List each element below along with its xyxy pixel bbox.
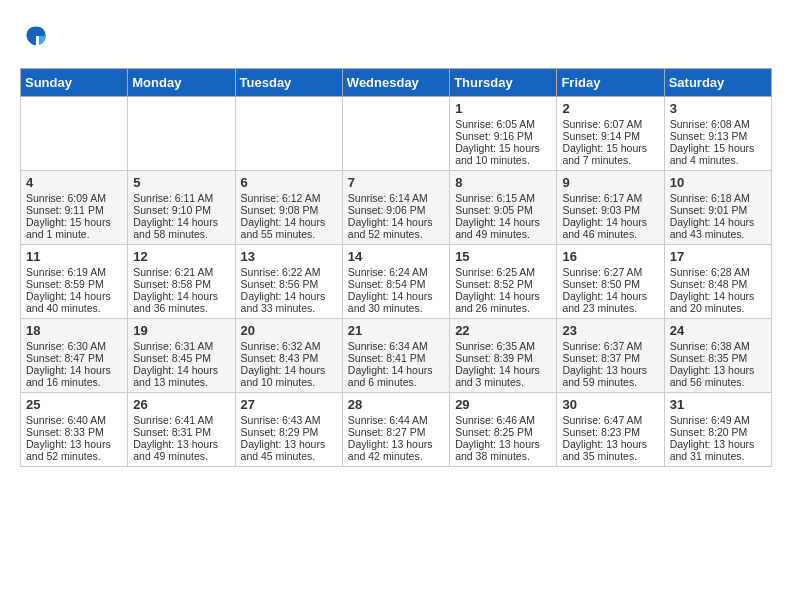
day-info: Daylight: 14 hours (455, 290, 551, 302)
col-header-tuesday: Tuesday (235, 69, 342, 97)
day-info: and 45 minutes. (241, 450, 337, 462)
day-info: Sunset: 8:45 PM (133, 352, 229, 364)
day-number: 16 (562, 249, 658, 264)
calendar-week-5: 25Sunrise: 6:40 AMSunset: 8:33 PMDayligh… (21, 393, 772, 467)
calendar-cell: 7Sunrise: 6:14 AMSunset: 9:06 PMDaylight… (342, 171, 449, 245)
day-info: Daylight: 14 hours (241, 290, 337, 302)
day-number: 6 (241, 175, 337, 190)
day-number: 11 (26, 249, 122, 264)
calendar-cell: 23Sunrise: 6:37 AMSunset: 8:37 PMDayligh… (557, 319, 664, 393)
calendar-cell: 24Sunrise: 6:38 AMSunset: 8:35 PMDayligh… (664, 319, 771, 393)
day-info: Daylight: 14 hours (670, 290, 766, 302)
day-number: 20 (241, 323, 337, 338)
day-info: and 23 minutes. (562, 302, 658, 314)
day-info: Sunrise: 6:21 AM (133, 266, 229, 278)
calendar-header-row: SundayMondayTuesdayWednesdayThursdayFrid… (21, 69, 772, 97)
calendar-cell: 11Sunrise: 6:19 AMSunset: 8:59 PMDayligh… (21, 245, 128, 319)
page-header (20, 20, 772, 52)
day-number: 25 (26, 397, 122, 412)
day-info: and 31 minutes. (670, 450, 766, 462)
calendar-cell: 13Sunrise: 6:22 AMSunset: 8:56 PMDayligh… (235, 245, 342, 319)
day-info: Sunset: 8:35 PM (670, 352, 766, 364)
calendar-cell (235, 97, 342, 171)
day-info: Daylight: 13 hours (241, 438, 337, 450)
calendar-cell: 25Sunrise: 6:40 AMSunset: 8:33 PMDayligh… (21, 393, 128, 467)
day-info: Daylight: 13 hours (670, 364, 766, 376)
day-info: Sunrise: 6:49 AM (670, 414, 766, 426)
day-info: Sunrise: 6:35 AM (455, 340, 551, 352)
day-info: Sunrise: 6:18 AM (670, 192, 766, 204)
calendar-table: SundayMondayTuesdayWednesdayThursdayFrid… (20, 68, 772, 467)
day-info: Daylight: 14 hours (455, 364, 551, 376)
day-info: Sunset: 8:20 PM (670, 426, 766, 438)
calendar-cell (128, 97, 235, 171)
day-info: Sunrise: 6:37 AM (562, 340, 658, 352)
day-info: and 59 minutes. (562, 376, 658, 388)
day-number: 9 (562, 175, 658, 190)
day-info: Sunset: 8:39 PM (455, 352, 551, 364)
day-info: Daylight: 13 hours (670, 438, 766, 450)
calendar-cell: 4Sunrise: 6:09 AMSunset: 9:11 PMDaylight… (21, 171, 128, 245)
col-header-wednesday: Wednesday (342, 69, 449, 97)
day-info: Sunrise: 6:44 AM (348, 414, 444, 426)
day-info: Daylight: 13 hours (133, 438, 229, 450)
day-info: Daylight: 13 hours (562, 364, 658, 376)
day-info: Daylight: 15 hours (26, 216, 122, 228)
day-info: Sunset: 8:54 PM (348, 278, 444, 290)
day-info: Sunset: 9:10 PM (133, 204, 229, 216)
calendar-cell: 26Sunrise: 6:41 AMSunset: 8:31 PMDayligh… (128, 393, 235, 467)
calendar-cell: 14Sunrise: 6:24 AMSunset: 8:54 PMDayligh… (342, 245, 449, 319)
day-info: Sunset: 8:25 PM (455, 426, 551, 438)
day-number: 7 (348, 175, 444, 190)
day-info: Sunrise: 6:34 AM (348, 340, 444, 352)
col-header-saturday: Saturday (664, 69, 771, 97)
day-info: Daylight: 14 hours (133, 364, 229, 376)
day-info: Sunrise: 6:24 AM (348, 266, 444, 278)
calendar-cell (21, 97, 128, 171)
day-info: Sunset: 9:13 PM (670, 130, 766, 142)
calendar-cell: 20Sunrise: 6:32 AMSunset: 8:43 PMDayligh… (235, 319, 342, 393)
day-number: 5 (133, 175, 229, 190)
day-info: Sunrise: 6:12 AM (241, 192, 337, 204)
day-info: Sunset: 8:41 PM (348, 352, 444, 364)
day-info: Sunrise: 6:40 AM (26, 414, 122, 426)
calendar-cell: 22Sunrise: 6:35 AMSunset: 8:39 PMDayligh… (450, 319, 557, 393)
day-info: and 52 minutes. (26, 450, 122, 462)
day-info: Sunrise: 6:07 AM (562, 118, 658, 130)
day-number: 21 (348, 323, 444, 338)
col-header-friday: Friday (557, 69, 664, 97)
day-info: Daylight: 14 hours (348, 290, 444, 302)
day-number: 17 (670, 249, 766, 264)
calendar-cell: 29Sunrise: 6:46 AMSunset: 8:25 PMDayligh… (450, 393, 557, 467)
calendar-cell: 17Sunrise: 6:28 AMSunset: 8:48 PMDayligh… (664, 245, 771, 319)
day-info: Sunset: 8:58 PM (133, 278, 229, 290)
day-info: Sunset: 8:47 PM (26, 352, 122, 364)
day-info: Daylight: 13 hours (455, 438, 551, 450)
day-number: 28 (348, 397, 444, 412)
calendar-cell: 15Sunrise: 6:25 AMSunset: 8:52 PMDayligh… (450, 245, 557, 319)
day-info: Sunset: 9:16 PM (455, 130, 551, 142)
day-info: Daylight: 13 hours (562, 438, 658, 450)
day-info: and 26 minutes. (455, 302, 551, 314)
calendar-week-2: 4Sunrise: 6:09 AMSunset: 9:11 PMDaylight… (21, 171, 772, 245)
day-info: and 36 minutes. (133, 302, 229, 314)
day-info: Sunrise: 6:46 AM (455, 414, 551, 426)
col-header-sunday: Sunday (21, 69, 128, 97)
day-info: Daylight: 15 hours (455, 142, 551, 154)
calendar-cell: 8Sunrise: 6:15 AMSunset: 9:05 PMDaylight… (450, 171, 557, 245)
calendar-cell: 18Sunrise: 6:30 AMSunset: 8:47 PMDayligh… (21, 319, 128, 393)
day-info: Sunrise: 6:27 AM (562, 266, 658, 278)
day-info: Sunset: 8:27 PM (348, 426, 444, 438)
day-info: Sunset: 9:06 PM (348, 204, 444, 216)
day-info: Sunrise: 6:31 AM (133, 340, 229, 352)
day-number: 23 (562, 323, 658, 338)
day-number: 22 (455, 323, 551, 338)
day-info: Sunset: 9:14 PM (562, 130, 658, 142)
day-number: 13 (241, 249, 337, 264)
day-info: Daylight: 14 hours (133, 290, 229, 302)
day-number: 2 (562, 101, 658, 116)
day-info: Sunrise: 6:28 AM (670, 266, 766, 278)
day-number: 26 (133, 397, 229, 412)
day-info: Sunset: 8:52 PM (455, 278, 551, 290)
day-number: 24 (670, 323, 766, 338)
